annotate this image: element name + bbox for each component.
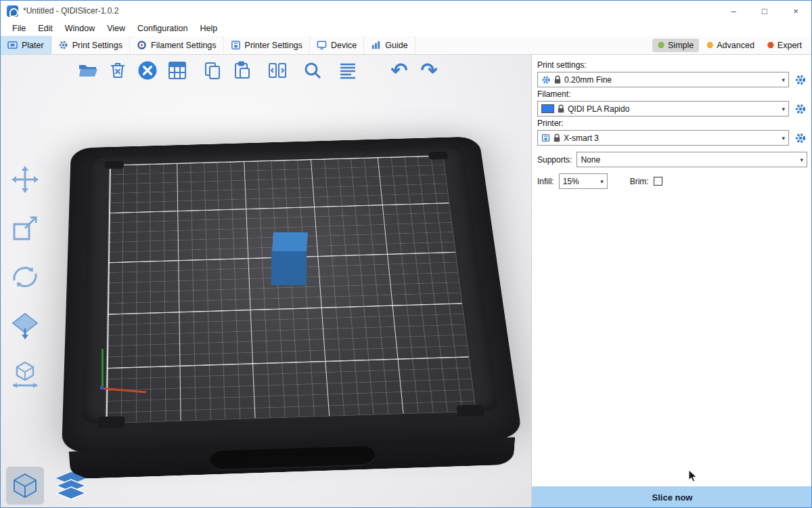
undo-button[interactable]: ↶ xyxy=(388,59,411,82)
tab-label: Print Settings xyxy=(72,41,122,50)
filament-combo[interactable]: QIDI PLA Rapido ▾ xyxy=(537,101,789,117)
mode-advanced[interactable]: Advanced xyxy=(701,39,760,52)
tab-filament-settings[interactable]: Filament Settings xyxy=(130,36,224,54)
preview-view-button[interactable] xyxy=(52,467,90,505)
qidislicer-window: *Untitled - QIDISlicer-1.0.2 – □ × File … xyxy=(0,0,812,508)
print-settings-label: Print settings: xyxy=(537,60,807,70)
mode-label: Simple xyxy=(668,41,694,50)
model-cube[interactable] xyxy=(270,231,309,287)
redo-icon: ↷ xyxy=(420,60,437,81)
edit-print-settings-button[interactable] xyxy=(794,73,807,87)
menu-help[interactable]: Help xyxy=(194,22,223,35)
copy-button[interactable] xyxy=(201,59,224,82)
delete-all-icon xyxy=(137,60,158,81)
3d-editor-view-button[interactable] xyxy=(6,467,44,505)
place-on-face-icon xyxy=(10,311,40,341)
arrange-button[interactable] xyxy=(166,59,189,82)
tab-printer-settings[interactable]: Printer Settings xyxy=(224,36,310,54)
gear-icon xyxy=(794,103,807,115)
cube-top-face xyxy=(272,232,308,251)
tabbar: Plater Print Settings Filament Settings … xyxy=(1,36,811,55)
menu-file[interactable]: File xyxy=(6,22,32,35)
printer-icon xyxy=(541,133,550,142)
minimize-button[interactable]: – xyxy=(718,1,749,21)
lock-icon xyxy=(554,75,561,84)
3d-viewport[interactable]: ↶ ↷ xyxy=(1,55,531,508)
infill-label: Infill: xyxy=(537,177,554,186)
preview-view-icon xyxy=(56,472,86,499)
gizmo-toolbar xyxy=(9,163,41,391)
z-axis-indicator xyxy=(102,349,104,388)
filament-label: Filament: xyxy=(537,89,807,99)
open-file-button[interactable] xyxy=(76,59,99,82)
menu-edit[interactable]: Edit xyxy=(32,22,59,35)
scale-icon xyxy=(10,213,40,243)
filament-icon xyxy=(137,40,147,50)
supports-combo[interactable]: None ▾ xyxy=(577,152,807,167)
paste-icon xyxy=(232,60,252,81)
close-button[interactable]: × xyxy=(780,1,811,21)
tab-label: Plater xyxy=(22,41,44,50)
search-button[interactable] xyxy=(301,59,324,82)
undo-icon: ↶ xyxy=(390,60,407,81)
scale-button[interactable] xyxy=(9,212,41,245)
gear-icon xyxy=(794,132,807,144)
chevron-down-icon: ▾ xyxy=(779,77,785,83)
mode-selector: Simple Advanced Expert xyxy=(652,36,811,54)
tab-plater[interactable]: Plater xyxy=(1,36,51,54)
delete-button[interactable] xyxy=(106,59,129,82)
move-button[interactable] xyxy=(9,163,41,196)
place-on-face-button[interactable] xyxy=(9,310,41,342)
advanced-mode-dot xyxy=(706,42,713,49)
bed-tray-handle xyxy=(210,446,375,469)
mode-expert[interactable]: Expert xyxy=(762,39,807,52)
edit-filament-button[interactable] xyxy=(794,102,807,116)
print-settings-combo[interactable]: 0.20mm Fine ▾ xyxy=(537,72,789,87)
menu-window[interactable]: Window xyxy=(59,22,101,35)
view-toolbar xyxy=(6,467,90,505)
settings-sidebar: Print settings: 0.20mm Fine ▾ Filament: … xyxy=(531,55,812,508)
bed-clip xyxy=(97,416,125,428)
bed-grid xyxy=(106,155,476,423)
rotate-button[interactable] xyxy=(9,261,41,293)
tab-guide[interactable]: Guide xyxy=(364,36,415,54)
measure-button[interactable] xyxy=(9,358,41,391)
maximize-button[interactable]: □ xyxy=(749,1,780,21)
tab-device[interactable]: Device xyxy=(310,36,364,54)
lock-icon xyxy=(558,104,564,113)
variable-layer-height-icon xyxy=(338,60,358,81)
infill-value: 15% xyxy=(563,177,579,186)
app-logo-icon xyxy=(7,5,18,17)
bed-clip xyxy=(456,404,484,417)
paste-button[interactable] xyxy=(231,59,254,82)
printer-label: Printer: xyxy=(537,119,807,128)
variable-layer-height-button[interactable] xyxy=(336,59,359,82)
bed-clip xyxy=(104,161,124,169)
arrange-icon xyxy=(167,60,187,81)
copy-icon xyxy=(202,60,223,81)
tab-print-settings[interactable]: Print Settings xyxy=(51,36,130,54)
tab-label: Device xyxy=(331,41,357,50)
mode-label: Advanced xyxy=(717,41,754,50)
slice-now-button[interactable]: Slice now xyxy=(532,486,812,508)
redo-button[interactable]: ↷ xyxy=(418,59,441,82)
infill-combo[interactable]: 15% ▾ xyxy=(559,173,608,189)
menu-view[interactable]: View xyxy=(101,22,131,35)
delete-all-button[interactable] xyxy=(136,59,159,82)
device-icon xyxy=(317,40,327,50)
gear-icon xyxy=(58,40,68,50)
search-icon xyxy=(302,60,323,81)
printer-icon xyxy=(231,40,241,50)
mouse-cursor xyxy=(688,469,698,486)
split-button[interactable] xyxy=(266,59,289,82)
edit-printer-button[interactable] xyxy=(794,131,807,145)
chevron-down-icon: ▾ xyxy=(779,135,785,142)
axes-origin xyxy=(100,386,104,389)
bed-clip xyxy=(428,152,449,160)
rotate-icon xyxy=(9,261,41,293)
cube-front-face xyxy=(271,251,307,285)
printer-combo[interactable]: X-smart 3 ▾ xyxy=(537,130,789,146)
brim-checkbox[interactable] xyxy=(654,177,662,186)
menu-configuration[interactable]: Configuration xyxy=(131,22,194,35)
mode-simple[interactable]: Simple xyxy=(652,39,699,52)
